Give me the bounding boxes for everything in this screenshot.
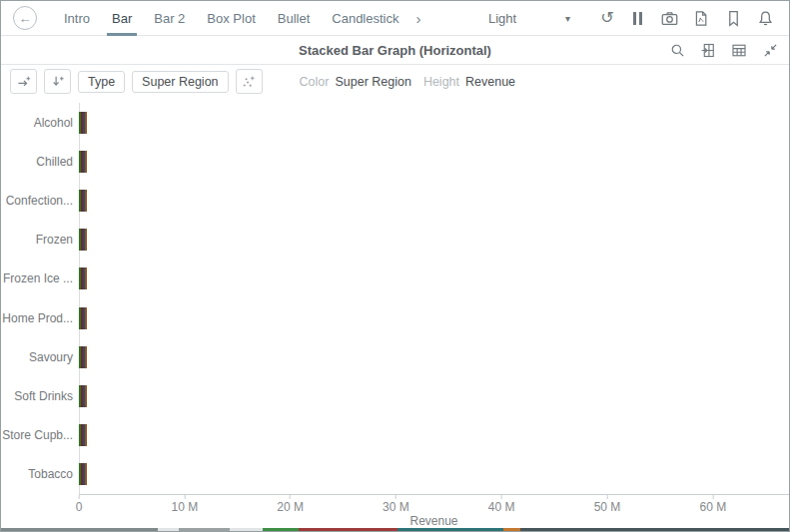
bar-track [79, 151, 789, 173]
pause-icon[interactable] [625, 12, 649, 25]
stacked-bar[interactable] [79, 424, 87, 446]
x-axis-title: Revenue [79, 514, 789, 528]
pdf-export-icon[interactable] [689, 10, 713, 27]
height-mapping-value[interactable]: Revenue [465, 75, 515, 89]
tab-candlestick[interactable]: Candlestick [332, 1, 398, 36]
chart-row: Confection... [1, 181, 789, 220]
tab-bar[interactable]: Bar [112, 1, 132, 36]
theme-select-value: Light [488, 11, 516, 26]
clipped-sliver-segment [299, 528, 397, 531]
bar-segment-orange[interactable] [85, 463, 87, 485]
tab-bullet[interactable]: Bullet [278, 1, 311, 36]
dashboard-tabs: IntroBarBar 2Box PlotBulletCandlestick [53, 1, 409, 36]
add-column-icon[interactable] [10, 69, 37, 94]
theme-select[interactable]: Light ▾ [488, 11, 570, 26]
visualization-toolbar: Type Super Region Color Super Region Hei… [1, 65, 789, 98]
chart-row: Home Prod... [1, 298, 789, 337]
top-bar: ← IntroBarBar 2Box PlotBulletCandlestick… [1, 1, 789, 36]
bar-track [79, 424, 789, 446]
bar-segment-orange[interactable] [85, 229, 87, 251]
clipped-sliver-segment [520, 528, 789, 531]
bar-track [79, 267, 789, 289]
bar-track [79, 112, 789, 134]
export-table-icon[interactable] [699, 43, 717, 58]
x-tick-mark [79, 495, 80, 499]
stacked-bar[interactable] [79, 385, 87, 407]
clipped-content-sliver [1, 528, 789, 531]
bar-track [79, 463, 789, 485]
category-label: Soft Drinks [1, 389, 79, 403]
title-bar-actions [668, 36, 779, 64]
back-button[interactable]: ← [13, 6, 37, 30]
breadcrumb-chip-super-region[interactable]: Super Region [132, 71, 228, 93]
stacked-bar[interactable] [79, 151, 87, 173]
bar-segment-orange[interactable] [85, 112, 87, 134]
x-axis: Revenue 010 M20 M30 M40 M50 M60 M [79, 494, 789, 531]
color-mapping-value[interactable]: Super Region [335, 75, 410, 89]
x-tick-mark [712, 495, 713, 499]
x-tick-mark [501, 495, 502, 499]
dashboard-window: ← IntroBarBar 2Box PlotBulletCandlestick… [0, 0, 790, 532]
x-tick-label: 30 M [383, 500, 409, 514]
chart-row: Tobacco [1, 455, 789, 494]
bar-segment-orange[interactable] [85, 307, 87, 329]
bar-segment-orange[interactable] [85, 151, 87, 173]
chart-row: Frozen [1, 221, 789, 260]
x-tick: 0 [76, 495, 83, 514]
chart-row: Savoury [1, 337, 789, 376]
x-tick-label: 60 M [699, 500, 726, 514]
x-tick: 20 M [277, 495, 304, 514]
breadcrumb-chip-type[interactable]: Type [78, 71, 125, 93]
x-tick: 30 M [383, 495, 409, 514]
tab-box-plot[interactable]: Box Plot [207, 1, 255, 36]
clipped-sliver-segment [179, 528, 231, 531]
category-label: Frozen Ice ... [1, 271, 79, 285]
x-tick: 60 M [699, 495, 726, 514]
stacked-bar[interactable] [79, 346, 87, 368]
bar-segment-orange[interactable] [85, 267, 87, 289]
clipped-sliver-segment [158, 528, 179, 531]
chart-row: Alcohol [1, 103, 789, 142]
camera-icon[interactable] [657, 10, 681, 27]
notifications-icon[interactable] [753, 10, 777, 27]
chart-row: Chilled [1, 142, 789, 181]
bar-segment-orange[interactable] [85, 190, 87, 212]
stacked-bar[interactable] [79, 463, 87, 485]
category-label: Home Prod... [1, 311, 79, 325]
stacked-bar[interactable] [79, 229, 87, 251]
refresh-icon[interactable]: ↺ [595, 10, 619, 26]
clipped-sliver-segment [263, 528, 299, 531]
x-tick-mark [607, 495, 608, 499]
stacked-bar[interactable] [79, 307, 87, 329]
stacked-bar[interactable] [79, 112, 87, 134]
category-label: Chilled [1, 155, 79, 169]
bar-segment-orange[interactable] [85, 424, 87, 446]
search-icon[interactable] [668, 43, 686, 58]
stacked-bar[interactable] [79, 267, 87, 289]
tab-intro[interactable]: Intro [64, 1, 90, 36]
mapping-info: Color Super Region Height Revenue [300, 75, 516, 89]
stacked-bar[interactable] [79, 190, 87, 212]
color-mapping-label: Color [300, 75, 330, 89]
bookmark-icon[interactable] [721, 10, 745, 27]
chevron-right-icon: › [415, 10, 420, 27]
tab-bar-2[interactable]: Bar 2 [154, 1, 185, 36]
bar-segment-orange[interactable] [85, 385, 87, 407]
bar-track [79, 190, 789, 212]
chart-row: Store Cupb... [1, 416, 789, 455]
table-icon[interactable] [730, 43, 748, 58]
category-label: Confection... [1, 194, 79, 208]
bar-track [79, 346, 789, 368]
chart-row: Frozen Ice ... [1, 260, 789, 298]
x-tick: 50 M [594, 495, 621, 514]
clipped-sliver-segment [397, 528, 503, 531]
x-tick-label: 40 M [488, 500, 515, 514]
add-row-icon[interactable] [44, 69, 71, 94]
tabs-overflow-button[interactable]: › [415, 10, 420, 27]
x-tick-mark [290, 495, 291, 499]
collapse-icon[interactable] [761, 43, 779, 58]
bar-segment-orange[interactable] [85, 346, 87, 368]
chart-row: Soft Drinks [1, 376, 789, 415]
add-visualization-icon[interactable] [236, 69, 263, 94]
bar-track [79, 307, 789, 329]
